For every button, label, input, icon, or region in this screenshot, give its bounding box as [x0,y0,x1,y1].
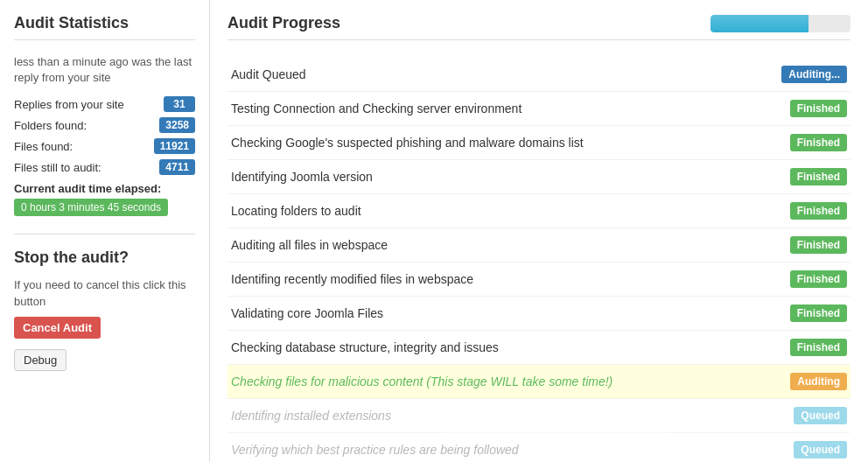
audit-item-label: Checking Google's suspected phishing and… [231,136,584,150]
stat-label: Files found: [14,140,73,153]
audit-item: Locating folders to auditFinished [228,194,850,228]
audit-item: Identifying Joomla versionFinished [228,160,850,194]
status-badge: Queued [794,441,847,458]
status-badge: Auditing... [781,66,847,83]
status-badge: Finished [790,236,847,254]
stats-section: less than a minute ago was the last repl… [14,54,195,216]
status-badge: Finished [790,168,847,186]
audit-item-label: Audit Queued [231,67,306,81]
stop-section: Stop the audit? If you need to cancel th… [14,234,195,370]
stat-badge: 4711 [159,159,195,175]
audit-item-label: Identifying Joomla version [231,170,373,184]
last-reply-text: less than a minute ago was the last repl… [14,54,195,86]
stat-badge: 3258 [159,117,195,133]
audit-item-label: Identifing installed extensions [231,409,391,423]
audit-item: Checking database structure, integrity a… [228,331,850,365]
audit-item: Validating core Joomla FilesFinished [228,297,850,331]
audit-item-label: Checking files for malicious content (Th… [231,374,612,388]
status-badge: Finished [790,134,847,151]
audit-item-label: Verifying which best practice rules are … [231,443,519,457]
cancel-audit-button[interactable]: Cancel Audit [14,317,101,339]
sidebar-title: Audit Statistics [14,14,195,40]
audit-item-label: Auditing all files in webspace [231,238,388,252]
status-badge: Finished [790,270,847,288]
audit-item: Checking files for malicious content (Th… [228,365,850,399]
stat-label: Folders found: [14,119,87,132]
status-badge: Queued [794,407,847,424]
audit-item: Checking Google's suspected phishing and… [228,126,850,160]
stat-label: Replies from your site [14,98,124,111]
stat-row: Files still to audit: 4711 [14,159,195,175]
progress-bar-container [710,15,850,32]
stat-badge: 31 [164,96,195,112]
main-title: Audit Progress [228,14,340,32]
audit-list: Audit QueuedAuditing...Testing Connectio… [228,58,850,462]
stat-label: Files still to audit: [14,161,102,174]
main-content: Audit Progress Audit QueuedAuditing...Te… [210,0,868,462]
elapsed-label: Current audit time elapsed: [14,182,195,195]
audit-item: Identifing recently modified files in we… [228,262,850,297]
debug-button[interactable]: Debug [14,349,66,371]
stat-row: Files found: 11921 [14,138,195,154]
status-badge: Finished [790,304,847,322]
audit-item: Testing Connection and Checking server e… [228,92,850,126]
status-badge: Finished [790,339,847,356]
stat-badge: 11921 [154,138,195,154]
audit-item: Audit QueuedAuditing... [228,58,850,92]
audit-item-label: Identifing recently modified files in we… [231,272,473,286]
stat-row: Folders found: 3258 [14,117,195,133]
status-badge: Finished [790,100,847,117]
stat-row: Replies from your site 31 [14,96,195,112]
audit-item-label: Validating core Joomla Files [231,306,383,320]
stop-description: If you need to cancel this click this bu… [14,277,195,309]
sidebar: Audit Statistics less than a minute ago … [0,0,210,462]
progress-bar-fill [710,15,808,32]
audit-item: Verifying which best practice rules are … [228,433,850,462]
stop-title: Stop the audit? [14,248,195,267]
status-badge: Auditing [790,373,847,390]
elapsed-badge: 0 hours 3 minutes 45 seconds [14,199,168,216]
audit-item-label: Checking database structure, integrity a… [231,340,499,354]
audit-item: Auditing all files in webspaceFinished [228,228,850,262]
main-header: Audit Progress [228,14,850,40]
audit-item-label: Locating folders to audit [231,204,361,218]
audit-item: Identifing installed extensionsQueued [228,399,850,433]
stats-container: Replies from your site 31Folders found: … [14,96,195,175]
status-badge: Finished [790,202,847,220]
audit-item-label: Testing Connection and Checking server e… [231,102,522,116]
